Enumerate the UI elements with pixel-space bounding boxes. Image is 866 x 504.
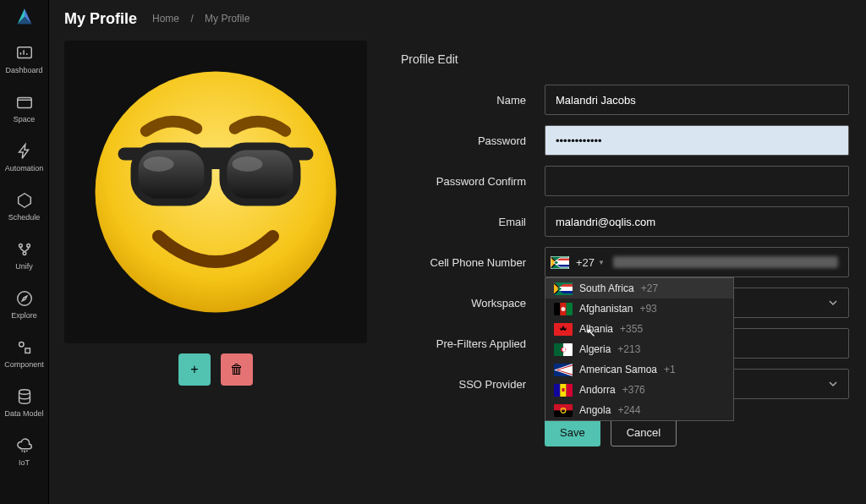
country-code-dropdown[interactable]: South Africa +27 Afghanistan +93 Albania…: [545, 277, 734, 421]
sidebar-item-label: Data Model: [4, 409, 43, 418]
shapes-icon: [15, 338, 34, 357]
trash-icon: 🗑: [230, 362, 244, 377]
svg-point-18: [233, 156, 263, 172]
bolt-icon: [15, 142, 34, 161]
svg-rect-4: [17, 98, 31, 108]
country-code: +27: [576, 256, 595, 269]
svg-rect-46: [554, 384, 560, 397]
plus-icon: +: [190, 362, 198, 377]
avatar-add-button[interactable]: +: [178, 353, 211, 386]
cell-label: Cell Phone Number: [389, 256, 545, 269]
page-header: My Profile Home / My Profile: [49, 0, 866, 37]
layers-icon: [15, 387, 34, 406]
svg-rect-11: [25, 348, 29, 353]
avatar: [64, 41, 367, 343]
hexagon-icon: [15, 191, 34, 210]
svg-point-7: [26, 244, 30, 248]
workspace-label: Workspace: [389, 297, 545, 310]
svg-rect-14: [134, 146, 208, 202]
flag-al-icon: [554, 323, 573, 336]
sidebar-item-explore[interactable]: Explore: [0, 282, 49, 328]
flag-dz-icon: [554, 343, 573, 356]
flag-ao-icon: [554, 404, 573, 417]
compass-icon: [15, 289, 34, 308]
svg-point-9: [17, 292, 31, 306]
cell-phone-input[interactable]: +27 ▼: [545, 247, 849, 277]
sidebar: Dashboard Space Automation Schedule Unif…: [0, 0, 49, 504]
svg-rect-48: [567, 384, 573, 397]
sidebar-item-dashboard[interactable]: Dashboard: [0, 37, 49, 83]
dropdown-option-american-samoa[interactable]: American Samoa +1: [545, 359, 733, 380]
password-field[interactable]: [545, 125, 849, 156]
svg-point-17: [144, 156, 174, 172]
form-footer: Save Cancel: [389, 418, 849, 446]
sidebar-item-label: Dashboard: [5, 66, 42, 74]
dropdown-option-south-africa[interactable]: South Africa +27: [545, 278, 733, 299]
page-title: My Profile: [64, 10, 137, 28]
svg-rect-51: [554, 410, 573, 417]
name-field[interactable]: [545, 85, 849, 115]
cancel-button[interactable]: Cancel: [611, 418, 677, 446]
email-label: Email: [389, 216, 545, 228]
flag-af-icon: [554, 303, 573, 315]
sidebar-item-schedule[interactable]: Schedule: [0, 184, 49, 230]
avatar-panel: + 🗑: [64, 41, 367, 386]
svg-rect-32: [554, 303, 560, 315]
form-title: Profile Edit: [389, 41, 849, 74]
svg-point-13: [96, 72, 337, 313]
merge-icon: [15, 240, 34, 259]
flag-za-icon: [551, 256, 569, 269]
dropdown-option-angola[interactable]: Angola +244: [545, 400, 733, 420]
dropdown-option-albania[interactable]: Albania +355: [545, 319, 733, 339]
dropdown-option-andorra[interactable]: Andorra +376: [545, 380, 733, 400]
sidebar-item-label: Unify: [15, 262, 33, 271]
sidebar-item-space[interactable]: Space: [0, 86, 49, 132]
sidebar-item-label: Component: [4, 360, 44, 369]
svg-rect-16: [206, 156, 226, 169]
flag-as-icon: [554, 364, 573, 376]
app-logo-icon: [13, 5, 36, 29]
svg-rect-3: [17, 47, 31, 58]
password-confirm-field[interactable]: [545, 166, 849, 196]
svg-rect-34: [567, 303, 573, 315]
name-label: Name: [389, 94, 545, 107]
profile-edit-form: Profile Edit Name Password Password Conf…: [389, 41, 849, 494]
avatar-delete-button[interactable]: 🗑: [221, 353, 253, 386]
breadcrumb-home[interactable]: Home: [152, 13, 179, 25]
chevron-down-icon: [828, 298, 838, 308]
sidebar-item-label: IoT: [19, 458, 30, 467]
cloud-icon: [15, 436, 34, 455]
sidebar-item-data-model[interactable]: Data Model: [0, 381, 49, 426]
avatar-actions: + 🗑: [64, 353, 367, 386]
svg-marker-5: [18, 194, 30, 208]
dashboard-icon: [15, 44, 34, 63]
sidebar-item-automation[interactable]: Automation: [0, 135, 49, 181]
email-field[interactable]: [545, 206, 849, 237]
dropdown-option-algeria[interactable]: Algeria +213: [545, 339, 733, 359]
breadcrumb-current: My Profile: [205, 13, 249, 25]
sidebar-item-label: Space: [14, 115, 36, 123]
dropdown-option-afghanistan[interactable]: Afghanistan +93: [545, 299, 733, 319]
password-confirm-label: Password Confirm: [389, 175, 545, 188]
sidebar-item-label: Explore: [11, 311, 37, 320]
phone-number-masked: [613, 256, 838, 268]
svg-rect-49: [562, 388, 565, 392]
flag-za-icon: [554, 282, 573, 295]
svg-point-12: [19, 390, 30, 395]
sidebar-item-iot[interactable]: IoT: [0, 430, 49, 475]
avatar-image: [89, 65, 343, 319]
sidebar-item-component[interactable]: Component: [0, 331, 49, 377]
sidebar-item-label: Schedule: [8, 213, 41, 222]
save-button[interactable]: Save: [545, 418, 600, 446]
sso-label: SSO Provider: [389, 378, 545, 391]
cursor-icon: ↖︎: [586, 326, 596, 339]
chevron-down-icon: [828, 379, 838, 389]
prefilters-label: Pre-Filters Applied: [389, 337, 545, 350]
flag-ad-icon: [554, 384, 573, 397]
chevron-down-icon: ▼: [598, 259, 605, 266]
svg-point-10: [19, 342, 23, 348]
svg-rect-15: [223, 146, 297, 202]
sidebar-item-unify[interactable]: Unify: [0, 233, 49, 279]
folder-icon: [15, 93, 34, 112]
breadcrumb: Home / My Profile: [152, 13, 249, 25]
